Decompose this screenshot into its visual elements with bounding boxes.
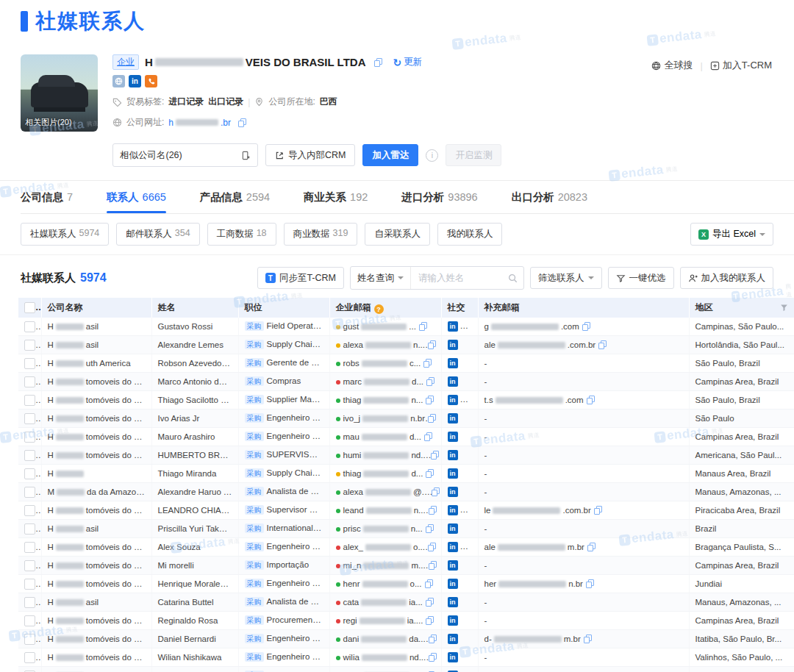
email-prefix: alexa <box>343 487 364 496</box>
company-website-link[interactable]: h .br <box>168 118 231 128</box>
copy-icon[interactable] <box>426 598 434 607</box>
copy-icon[interactable] <box>426 469 434 478</box>
copy-icon[interactable] <box>374 58 382 67</box>
trade-tag-export[interactable]: 出口记录 <box>208 96 243 108</box>
filter-contacts-select[interactable]: 筛选联系人 <box>530 267 602 289</box>
copy-icon[interactable] <box>586 579 594 588</box>
copy-icon[interactable] <box>582 322 590 331</box>
linkedin-icon[interactable]: in <box>448 376 458 387</box>
copy-icon[interactable] <box>587 543 596 551</box>
copy-icon[interactable] <box>584 635 592 643</box>
row-checkbox[interactable] <box>24 523 35 535</box>
copy-icon[interactable] <box>423 359 432 368</box>
row-checkbox[interactable] <box>24 376 35 387</box>
copy-icon[interactable] <box>598 340 607 349</box>
linkedin-icon[interactable]: in <box>448 505 458 515</box>
linkedin-icon[interactable]: in <box>448 597 458 607</box>
row-checkbox[interactable] <box>24 468 35 479</box>
phone-icon[interactable] <box>145 75 157 87</box>
copy-icon[interactable] <box>426 396 434 404</box>
row-checkbox[interactable] <box>24 395 35 406</box>
add-to-my-contacts-button[interactable]: 加入我的联系人 <box>680 267 774 289</box>
export-excel-button[interactable]: X 导出 Excel <box>690 223 773 246</box>
refresh-button[interactable]: ↻ 更新 <box>393 56 422 68</box>
website-icon[interactable] <box>112 75 125 87</box>
help-icon[interactable]: ? <box>374 304 384 314</box>
linkedin-icon[interactable]: in <box>448 579 458 589</box>
linkedin-icon[interactable]: in <box>448 542 458 552</box>
row-checkbox[interactable] <box>24 321 35 332</box>
tab-0[interactable]: 公司信息7 <box>21 181 73 213</box>
linkedin-icon[interactable]: in <box>129 75 141 87</box>
row-checkbox[interactable] <box>24 652 35 663</box>
row-checkbox[interactable] <box>24 542 35 553</box>
subtab-2[interactable]: 工商数据18 <box>207 223 276 246</box>
subtab-0[interactable]: 社媒联系人5974 <box>21 223 109 246</box>
row-checkbox[interactable] <box>24 597 35 608</box>
linkedin-icon[interactable]: in <box>448 615 458 626</box>
import-crm-button[interactable]: 导入内部CRM <box>265 144 355 166</box>
linkedin-icon[interactable]: in <box>448 413 458 423</box>
copy-icon[interactable] <box>594 506 602 515</box>
row-checkbox[interactable] <box>24 487 35 498</box>
sync-tcrm-button[interactable]: T 同步至T-CRM <box>257 267 344 289</box>
linkedin-icon[interactable]: in <box>448 523 458 534</box>
linkedin-icon[interactable]: in <box>448 652 458 662</box>
copy-icon[interactable] <box>426 377 434 386</box>
global-search-link[interactable]: 全球搜 <box>651 59 693 72</box>
linkedin-icon[interactable]: in <box>448 340 458 350</box>
tab-3[interactable]: 商业关系192 <box>304 181 368 213</box>
name-query-select[interactable]: 姓名查询 <box>351 267 411 289</box>
tab-4[interactable]: 进口分析93896 <box>401 181 477 213</box>
copy-icon[interactable] <box>587 396 595 404</box>
linkedin-icon[interactable]: in <box>448 560 458 571</box>
company-photo[interactable]: 相关图片(20) <box>21 54 98 132</box>
similar-companies-select[interactable]: 相似公司名(26) <box>112 143 258 167</box>
trade-tag-import[interactable]: 进口记录 <box>168 96 204 108</box>
search-icon[interactable] <box>508 274 518 283</box>
subtab-5[interactable]: 我的联系人 <box>437 223 503 246</box>
linkedin-icon[interactable]: in <box>448 432 458 442</box>
one-click-select-button[interactable]: 一键优选 <box>608 267 674 289</box>
row-checkbox[interactable] <box>24 634 35 645</box>
tab-1[interactable]: 联系人6665 <box>107 181 166 213</box>
title-accent-bar <box>21 11 28 32</box>
copy-icon[interactable] <box>425 579 433 588</box>
copy-icon[interactable] <box>424 432 432 441</box>
join-tcrm-link[interactable]: 加入T-CRM <box>710 59 772 72</box>
row-checkbox[interactable] <box>24 505 35 516</box>
row-checkbox[interactable] <box>24 432 35 443</box>
tab-5[interactable]: 出口分析20823 <box>512 181 587 213</box>
linkedin-icon[interactable]: in <box>448 321 458 332</box>
linkedin-icon[interactable]: in <box>448 487 458 497</box>
row-checkbox[interactable] <box>24 358 35 369</box>
start-monitor-button[interactable]: 开启监测 <box>446 144 501 166</box>
subtab-1[interactable]: 邮件联系人354 <box>116 223 199 246</box>
subtab-4[interactable]: 自采联系人 <box>365 223 430 246</box>
copy-icon[interactable] <box>419 322 427 331</box>
tab-2[interactable]: 产品信息2594 <box>200 181 270 213</box>
copy-icon[interactable] <box>238 118 246 127</box>
row-checkbox[interactable] <box>24 579 35 590</box>
copy-icon[interactable] <box>432 487 440 496</box>
row-checkbox[interactable] <box>24 560 35 571</box>
info-icon[interactable]: i <box>426 149 438 162</box>
linkedin-icon[interactable]: in <box>448 450 458 460</box>
row-checkbox[interactable] <box>24 615 35 626</box>
subtab-3[interactable]: 商业数据319 <box>284 223 358 246</box>
name-cell: Gustavo Rossi <box>151 318 238 336</box>
filter-funnel-icon[interactable] <box>780 304 788 312</box>
select-all-checkbox[interactable] <box>24 302 35 313</box>
linkedin-icon[interactable]: in <box>448 358 458 368</box>
row-checkbox[interactable] <box>24 450 35 461</box>
join-radar-button[interactable]: 加入雷达 <box>362 144 418 166</box>
row-checkbox[interactable] <box>24 413 35 424</box>
linkedin-icon[interactable]: in <box>448 395 458 405</box>
copy-icon[interactable] <box>426 524 434 533</box>
linkedin-icon[interactable]: in <box>448 634 458 644</box>
company-location: 巴西 <box>320 96 337 108</box>
name-search-input[interactable] <box>417 272 508 284</box>
linkedin-icon[interactable]: in <box>448 468 458 479</box>
row-checkbox[interactable] <box>24 340 35 351</box>
copy-icon[interactable] <box>426 616 434 625</box>
